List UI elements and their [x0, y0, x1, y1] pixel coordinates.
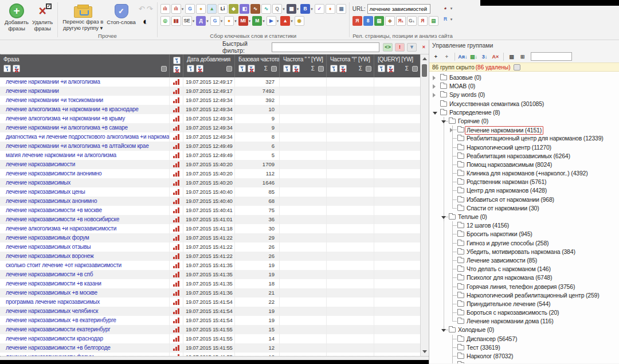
group-label[interactable]: Помощ наркозависимым (8024)	[467, 161, 552, 169]
phrase-cell[interactable]: лечение наркозависимости +в спб	[0, 270, 170, 279]
chart-bars-icon[interactable]	[173, 226, 179, 232]
group-label[interactable]: Центр для наркоманов (4428)	[467, 187, 547, 194]
chart-bars-icon[interactable]	[173, 107, 179, 112]
table-row[interactable]: лечение алкоголизма +и наркомании +в кра…	[0, 105, 420, 114]
filter-funnel-icon[interactable]	[187, 65, 194, 72]
chart-bars-icon[interactable]	[173, 272, 179, 277]
table-row[interactable]: лечение наркозависимых челябинск19.07.20…	[0, 307, 420, 316]
collapse-column-button[interactable]	[161, 66, 167, 72]
table-row[interactable]: магия лечение наркомании +и алкоголизма1…	[0, 151, 420, 160]
phrase-cell[interactable]: сколько стоит лечение +от наркозависимос…	[0, 261, 170, 270]
group-tree-item[interactable]: Центр для наркоманов (4428)	[429, 186, 619, 195]
group-tree-item[interactable]	[429, 361, 619, 363]
group-label[interactable]: Клиника для наркоманов (+нарколог..) (43…	[467, 170, 588, 177]
table-row[interactable]: лечение наркозависимых отзывы19.07.2015 …	[0, 242, 420, 252]
group-label[interactable]: Гипноз и другие способы (258)	[467, 240, 549, 247]
collapse-column-button[interactable]	[271, 66, 277, 72]
group-label[interactable]: Лечение наркомании дома (116)	[467, 318, 554, 325]
filter-clear-icon[interactable]	[248, 65, 255, 72]
chart-bars-icon[interactable]	[173, 263, 179, 268]
group-label[interactable]: 12 шагов (4156)	[467, 222, 509, 229]
hidden-groups-expand-button[interactable]	[514, 64, 520, 71]
group-tree-item[interactable]: Психолог для наркомана (6748)	[429, 273, 619, 282]
liveinternet-icon[interactable]: Li	[218, 4, 228, 14]
group-label[interactable]: Родственник наркоман (5761)	[467, 178, 546, 186]
phrase-cell[interactable]: программа лечение наркозависимых	[0, 298, 170, 307]
filter-clear-icon[interactable]	[196, 65, 203, 72]
group-label[interactable]: MOAB (0)	[449, 83, 475, 90]
chart-bars-icon[interactable]	[173, 318, 179, 323]
table-row[interactable]: лечение алкоголизма +и наркозависимости1…	[0, 224, 420, 233]
group-label[interactable]: Психолог для наркомана (6748)	[467, 274, 552, 281]
sum-icon[interactable]: Σ	[359, 65, 362, 72]
column-header-frequency-exact[interactable]: Частота "!" [YW] Σ	[327, 54, 374, 77]
invert-filter-icon[interactable]: !	[395, 43, 405, 52]
filter-clear-icon[interactable]	[13, 65, 20, 72]
group-tree-item[interactable]: Гипноз и другие способы (258)	[429, 239, 619, 248]
group-tree-item[interactable]: Лечение зависимости (85)	[429, 256, 619, 265]
collapse-column-button[interactable]	[226, 66, 232, 72]
table-row[interactable]: лечение наркомании +и алкоголизма +в алт…	[0, 142, 420, 151]
table-row[interactable]: лечение алкоголизма +и наркомании +в кры…	[0, 114, 420, 123]
wordstat-stats-dd-icon[interactable]: ılı	[171, 4, 181, 14]
filter-clear-icon[interactable]	[387, 65, 394, 72]
group-tree-item[interactable]: Нарколог (87032)	[429, 352, 619, 361]
filter-clear-icon[interactable]	[339, 65, 347, 72]
blue-arrow-icon[interactable]: ▶	[267, 16, 276, 26]
group-label[interactable]: Что делать с наркоманом (146)	[467, 265, 551, 273]
group-tree-item[interactable]: Искусственная семантика (301085)	[429, 100, 619, 108]
phrase-cell[interactable]: лечение наркомании +и алкоголизма +в сам…	[0, 123, 170, 132]
pie-chart-icon[interactable]: ◕	[441, 3, 450, 13]
collapse-column-button[interactable]	[318, 66, 324, 72]
stop-words-button[interactable]: ✓ Стоп-слова	[105, 2, 138, 27]
table-row[interactable]: лечение наркозависимости +в москве19.07.…	[0, 206, 420, 215]
group-label[interactable]: Нарколог (87032)	[467, 353, 513, 360]
chart-bars-icon[interactable]	[173, 336, 179, 342]
sort-color-button[interactable]: ▤↓	[469, 52, 479, 61]
images-icon[interactable]: ▲	[207, 4, 217, 14]
quick-filter-input[interactable]	[272, 42, 379, 52]
group-tree-item[interactable]: Наркологический реабилитационный центр (…	[429, 291, 619, 300]
chart-bars-icon[interactable]	[173, 125, 179, 131]
olive-service-icon[interactable]: ◆	[229, 4, 238, 14]
chart-bars-icon[interactable]	[173, 171, 179, 177]
filter-funnel-icon[interactable]	[3, 65, 11, 72]
table-row[interactable]: лечение наркозависимости +в белгороде19.…	[0, 343, 420, 353]
group-label[interactable]: Избавиться от наркомании (968)	[467, 196, 554, 203]
yandex-collect-icon[interactable]: Я	[352, 16, 362, 26]
table-row[interactable]: лечение наркозависимости анонимно19.07.2…	[0, 169, 420, 178]
sum-icon[interactable]: Σ	[405, 65, 409, 72]
phrase-cell[interactable]: лечение алкоголизма +и наркомании +в кры…	[0, 114, 170, 123]
group-tree-item[interactable]: 12 шагов (4156)	[429, 221, 619, 230]
pulse-icon[interactable]: ∿	[261, 4, 271, 14]
phrase-cell[interactable]: магия лечение наркомании +и алкоголизма	[0, 151, 170, 160]
group-tree-item[interactable]: Родственник наркоман (5761)	[429, 178, 619, 186]
chart-bars-icon[interactable]	[173, 217, 179, 222]
table-row[interactable]: лечение наркозависимых воронеж19.07.2015…	[0, 252, 420, 261]
regex-filter-icon[interactable]: <>	[383, 43, 393, 52]
metrica-dots-icon[interactable]: ●	[196, 4, 206, 14]
dropdown-arrow-icon[interactable]: ▾	[249, 19, 251, 24]
group-tree-item[interactable]: Теплые (0)	[429, 213, 619, 221]
phrase-cell[interactable]: лечение наркозависимых +в екатеринбурге	[0, 316, 170, 325]
books-icon[interactable]: ▮▮	[171, 16, 181, 26]
phrase-cell[interactable]: лечение алкоголизма +и наркомании +в кра…	[0, 105, 170, 114]
collapse-arrow-icon[interactable]	[441, 120, 446, 123]
filter-funnel-icon[interactable]	[238, 65, 246, 72]
dropdown-arrow-icon[interactable]: ▾	[263, 19, 265, 24]
sum-icon[interactable]: Σ	[264, 65, 268, 72]
table-row[interactable]: лечение наркозависимых19.07.2015 15:40:2…	[0, 178, 420, 187]
group-tree-item[interactable]: Спасти от наркомании (30)	[429, 204, 619, 213]
phrase-cell[interactable]: лечение наркомании +и алкоголизма +в алт…	[0, 142, 170, 151]
table-row[interactable]: лечение наркомании +и алкоголизма19.07.2…	[0, 77, 420, 87]
sort-az-button[interactable]: Ая↓	[458, 52, 468, 61]
target-icon[interactable]: ◎	[160, 16, 170, 26]
group-label[interactable]: Бороться с наркозависимость (20)	[467, 309, 559, 316]
dropdown-arrow-icon[interactable]: ▾	[297, 7, 299, 11]
table-row[interactable]: лечение наркомании19.07.2015 12:49:17749…	[0, 87, 420, 96]
phrase-cell[interactable]: диагностика +и лечение подросткового алк…	[0, 132, 170, 142]
add-subgroup-button[interactable]: +	[442, 52, 452, 61]
group-label[interactable]: Диспансер (56457)	[467, 335, 517, 343]
group-tree-item[interactable]: Диспансер (56457)	[429, 335, 619, 343]
dropdown-arrow-icon[interactable]: ▾	[450, 17, 453, 22]
